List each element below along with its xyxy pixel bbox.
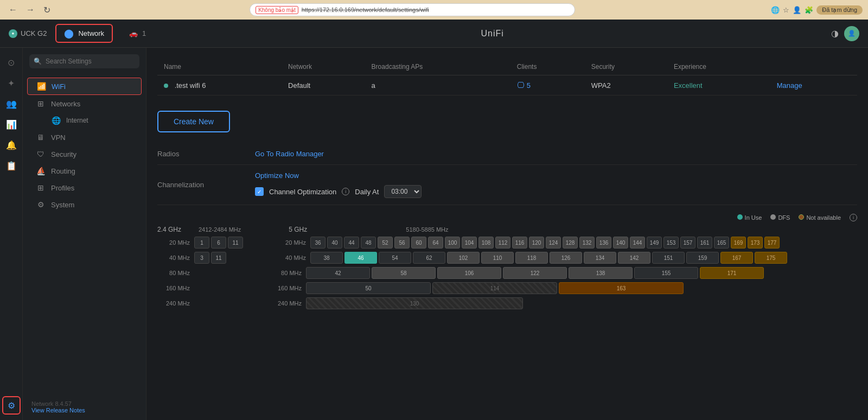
forward-button[interactable]: → — [23, 4, 38, 16]
chip-60[interactable]: 60 — [411, 237, 426, 249]
sidebar-icon-settings[interactable]: ⚙ — [2, 396, 21, 415]
chip-142[interactable]: 142 — [618, 252, 650, 264]
legend-info-icon[interactable]: i — [850, 214, 857, 221]
sidebar-icon-alerts[interactable]: 🔔 — [2, 136, 21, 154]
sidebar-item-routing[interactable]: ⛵ Routing — [27, 163, 142, 179]
sidebar-icon-hotspot[interactable]: 📋 — [2, 156, 21, 175]
sidebar-item-wifi[interactable]: 📶 WiFi — [27, 78, 142, 95]
chip-167[interactable]: 167 — [720, 252, 753, 264]
sidebar-item-internet[interactable]: 🌐 Internet — [27, 112, 142, 129]
chip-155[interactable]: 155 — [634, 267, 698, 279]
avatar[interactable]: 👤 — [844, 26, 859, 41]
car-tab[interactable]: 🚗 1 — [122, 26, 154, 41]
channel-opt-checkbox[interactable]: ✓ — [255, 187, 264, 196]
chip-126[interactable]: 126 — [550, 252, 582, 264]
chip-54[interactable]: 54 — [379, 252, 411, 264]
star-icon[interactable]: ☆ — [783, 6, 789, 14]
security-nav-icon: 🛡 — [36, 150, 46, 158]
row-manage[interactable]: Manage — [770, 75, 857, 96]
time-dropdown[interactable]: 03:00 — [384, 185, 422, 198]
chip-108[interactable]: 108 — [478, 237, 494, 249]
chip-114[interactable]: 114 — [432, 282, 557, 294]
create-new-button[interactable]: Create New — [157, 111, 230, 132]
search-input[interactable] — [29, 54, 139, 68]
chip-1[interactable]: 1 — [194, 237, 209, 249]
chip-157[interactable]: 157 — [680, 237, 695, 249]
chip-161[interactable]: 161 — [697, 237, 712, 249]
chip-159[interactable]: 159 — [686, 252, 719, 264]
chip-169[interactable]: 169 — [731, 237, 746, 249]
chip-48[interactable]: 48 — [361, 237, 376, 249]
chip-106[interactable]: 106 — [437, 267, 501, 279]
chip-171[interactable]: 171 — [700, 267, 764, 279]
translate-icon[interactable]: 🌐 — [771, 6, 780, 14]
chip-124[interactable]: 124 — [546, 237, 561, 249]
sidebar-icon-stats[interactable]: 📊 — [2, 115, 21, 133]
view-release-notes-link[interactable]: View Release Notes — [31, 407, 85, 413]
sidebar-item-security[interactable]: 🛡 Security — [27, 146, 142, 162]
chip-102[interactable]: 102 — [447, 252, 480, 264]
chip-173[interactable]: 173 — [748, 237, 763, 249]
chip-163[interactable]: 163 — [559, 282, 684, 294]
clients-count[interactable]: 5 — [527, 81, 531, 90]
chip-11b[interactable]: 11 — [211, 252, 226, 264]
chip-118[interactable]: 118 — [515, 252, 548, 264]
chip-175[interactable]: 175 — [755, 252, 787, 264]
chip-40[interactable]: 40 — [327, 237, 342, 249]
reload-button[interactable]: ↻ — [40, 4, 54, 16]
chip-136[interactable]: 136 — [596, 237, 611, 249]
chip-64[interactable]: 64 — [428, 237, 443, 249]
sidebar-footer: Network 8.4.57 View Release Notes — [23, 394, 146, 420]
chip-151[interactable]: 151 — [652, 252, 685, 264]
chip-122[interactable]: 122 — [503, 267, 567, 279]
chip-46-active[interactable]: 46 — [344, 252, 377, 264]
chip-130[interactable]: 130 — [306, 297, 523, 309]
sidebar-icon-dashboard[interactable]: ⊙ — [2, 53, 21, 72]
channel-opt-info-icon[interactable]: i — [342, 188, 349, 195]
chip-165[interactable]: 165 — [714, 237, 729, 249]
chip-104[interactable]: 104 — [462, 237, 477, 249]
chip-6[interactable]: 6 — [211, 237, 226, 249]
extension-icon[interactable]: 🧩 — [805, 6, 813, 14]
chip-149[interactable]: 149 — [647, 237, 662, 249]
chip-11[interactable]: 11 — [228, 237, 243, 249]
profile-icon[interactable]: 👤 — [793, 6, 801, 14]
back-button[interactable]: ← — [5, 4, 21, 16]
optimize-now-link[interactable]: Optimize Now — [255, 171, 299, 180]
sidebar-item-profiles[interactable]: ⊞ Profiles — [27, 180, 142, 196]
row-clients[interactable]: 🖵 5 — [510, 75, 585, 96]
sidebar-item-vpn[interactable]: 🖥 VPN — [27, 129, 142, 145]
chip-42[interactable]: 42 — [306, 267, 370, 279]
chip-62[interactable]: 62 — [413, 252, 445, 264]
sidebar-icon-clients[interactable]: 👥 — [2, 94, 21, 113]
chip-144[interactable]: 144 — [630, 237, 645, 249]
sidebar-icon-topology[interactable]: ✦ — [2, 74, 21, 92]
address-bar[interactable]: Không bảo mật https://172.16.0.169/netwo… — [250, 3, 575, 16]
chip-134[interactable]: 134 — [584, 252, 616, 264]
chip-128[interactable]: 128 — [563, 237, 578, 249]
chip-38[interactable]: 38 — [310, 252, 343, 264]
chip-110[interactable]: 110 — [481, 252, 514, 264]
chip-177[interactable]: 177 — [764, 237, 780, 249]
clients-icon: 🖵 — [517, 81, 525, 90]
chip-120[interactable]: 120 — [529, 237, 544, 249]
chip-52[interactable]: 52 — [378, 237, 393, 249]
chip-36[interactable]: 36 — [310, 237, 326, 249]
chip-116[interactable]: 116 — [512, 237, 527, 249]
sidebar-item-system[interactable]: ⚙ System — [27, 196, 142, 213]
chip-153[interactable]: 153 — [663, 237, 679, 249]
chip-44[interactable]: 44 — [344, 237, 359, 249]
contrast-button[interactable]: ◑ — [831, 28, 839, 39]
network-tab[interactable]: ⬤ Network — [55, 24, 113, 43]
chip-100[interactable]: 100 — [445, 237, 460, 249]
sidebar-item-networks[interactable]: ⊞ Networks — [27, 96, 142, 112]
chip-58[interactable]: 58 — [372, 267, 436, 279]
chip-3[interactable]: 3 — [194, 252, 209, 264]
chip-132[interactable]: 132 — [579, 237, 595, 249]
chip-140[interactable]: 140 — [613, 237, 628, 249]
chip-56[interactable]: 56 — [394, 237, 410, 249]
chip-138[interactable]: 138 — [569, 267, 633, 279]
chip-112[interactable]: 112 — [495, 237, 510, 249]
go-to-radio-manager-link[interactable]: Go To Radio Manager — [255, 150, 324, 158]
chip-50[interactable]: 50 — [306, 282, 431, 294]
